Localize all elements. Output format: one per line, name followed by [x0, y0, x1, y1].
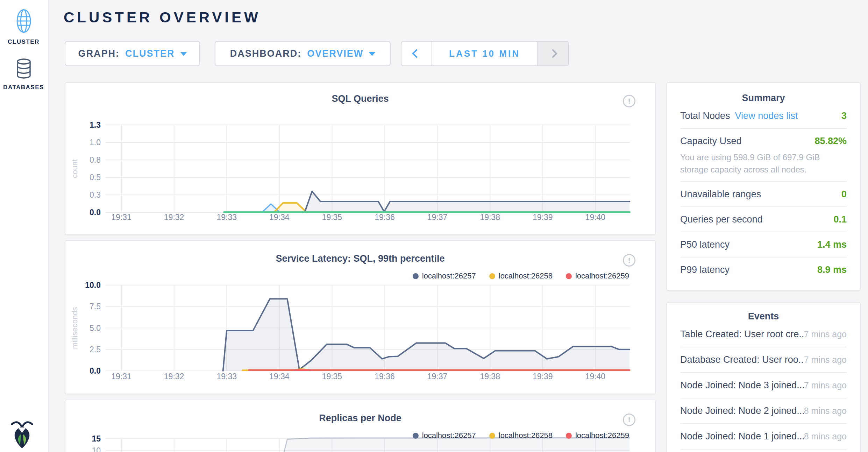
- event-time: 8 mins ago: [804, 431, 847, 442]
- summary-value: 1.4 ms: [817, 239, 847, 250]
- legend-item: localhost:26258: [489, 431, 553, 440]
- summary-row: Unavailable ranges0: [680, 182, 847, 207]
- chevron-right-icon: [548, 49, 557, 58]
- dashboard-dropdown-value: OVERVIEW: [307, 48, 363, 59]
- summary-row: Queries per second0.1: [680, 207, 847, 232]
- svg-text:19:32: 19:32: [164, 372, 184, 381]
- chart-card-service-latency: Service Latency: SQL, 99th percentile ! …: [65, 240, 656, 394]
- svg-text:5.0: 5.0: [90, 324, 101, 333]
- legend-dot-icon: [489, 433, 495, 439]
- svg-text:19:40: 19:40: [585, 372, 606, 381]
- summary-panel: Summary Total NodesView nodes list3Capac…: [666, 82, 861, 291]
- caret-down-icon: [180, 52, 187, 56]
- time-prev-button[interactable]: [401, 42, 432, 65]
- time-range-widget: LAST 10 MIN: [401, 41, 569, 66]
- chart-plot: 151019:3119:3219:3319:3419:3519:3619:371…: [65, 400, 656, 452]
- summary-value: 3: [841, 111, 847, 121]
- event-text: Node Joined: Node 1 joined...: [680, 431, 804, 442]
- graph-dropdown-value: CLUSTER: [125, 48, 175, 59]
- events-panel: Events Table Created: User root cre...7 …: [666, 302, 861, 452]
- legend-dot-icon: [413, 433, 419, 439]
- svg-text:19:37: 19:37: [427, 213, 448, 222]
- svg-text:19:39: 19:39: [533, 372, 553, 381]
- sidebar-item-databases[interactable]: DATABASES: [0, 58, 47, 91]
- event-text: Table Created: User root cre...: [680, 329, 804, 340]
- event-row: Database Created: User roo...7 mins ago: [680, 347, 847, 373]
- legend-item: localhost:26259: [566, 431, 629, 440]
- page-title: CLUSTER OVERVIEW: [64, 9, 261, 26]
- graph-dropdown[interactable]: GRAPH: CLUSTER: [65, 41, 200, 66]
- svg-text:0.0: 0.0: [90, 208, 101, 217]
- chart-title: Service Latency: SQL, 99th percentile: [65, 253, 655, 264]
- svg-text:19:33: 19:33: [216, 372, 237, 381]
- event-row: Table Created: User root cre...7 mins ag…: [680, 322, 847, 347]
- svg-text:0.0: 0.0: [90, 366, 101, 375]
- svg-text:15: 15: [92, 434, 101, 443]
- svg-text:milliseconds: milliseconds: [70, 307, 79, 349]
- event-time: 7 mins ago: [804, 380, 847, 390]
- legend-label: localhost:26258: [499, 271, 553, 281]
- legend-label: localhost:26258: [499, 431, 553, 440]
- legend-dot-icon: [413, 273, 419, 279]
- svg-text:19:37: 19:37: [427, 372, 448, 381]
- svg-text:19:35: 19:35: [322, 372, 342, 381]
- svg-text:19:38: 19:38: [480, 213, 500, 222]
- svg-text:count: count: [70, 159, 79, 178]
- sidebar-item-cluster[interactable]: CLUSTER: [0, 8, 47, 45]
- graph-dropdown-label: GRAPH:: [78, 48, 120, 59]
- time-next-button[interactable]: [538, 42, 568, 65]
- summary-value: 0: [841, 189, 847, 200]
- summary-label: Unavailable ranges: [680, 189, 761, 200]
- event-row: Node Joined: Node 2 joined...8 mins ago: [680, 398, 847, 424]
- svg-text:0.5: 0.5: [90, 173, 101, 182]
- sidebar-item-label: CLUSTER: [8, 38, 40, 45]
- svg-text:19:38: 19:38: [480, 372, 500, 381]
- svg-text:19:40: 19:40: [585, 213, 606, 222]
- summary-row: Capacity Used85.82%You are using 598.9 G…: [680, 129, 847, 182]
- legend-label: localhost:26257: [422, 271, 476, 281]
- svg-text:0.3: 0.3: [90, 190, 101, 199]
- svg-text:19:34: 19:34: [269, 213, 290, 222]
- svg-text:19:33: 19:33: [216, 213, 237, 222]
- event-row: Node Joined: Node 3 joined...7 mins ago: [680, 373, 847, 398]
- svg-text:19:32: 19:32: [164, 213, 184, 222]
- events-title: Events: [680, 303, 847, 322]
- svg-text:19:31: 19:31: [111, 213, 131, 222]
- time-range-label: LAST 10 MIN: [449, 48, 520, 59]
- info-icon[interactable]: !: [623, 414, 635, 426]
- event-text: Database Created: User roo...: [680, 354, 804, 365]
- time-range-button[interactable]: LAST 10 MIN: [432, 42, 538, 65]
- event-row: Node Joined: Node 1 joined...8 mins ago: [680, 424, 847, 450]
- chart-card-replicas-per-node: Replicas per Node ! 151019:3119:3219:331…: [65, 400, 656, 452]
- svg-text:19:36: 19:36: [375, 372, 395, 381]
- dashboard-dropdown[interactable]: DASHBOARD: OVERVIEW: [215, 41, 391, 66]
- main-content: CLUSTER OVERVIEW GRAPH: CLUSTER DASHBOAR…: [48, 0, 868, 452]
- svg-text:19:36: 19:36: [375, 213, 395, 222]
- event-text: Node Joined: Node 3 joined...: [680, 380, 804, 391]
- chevron-left-icon: [412, 49, 421, 58]
- event-time: 7 mins ago: [804, 355, 847, 365]
- legend-dot-icon: [566, 273, 572, 279]
- svg-text:0.8: 0.8: [90, 155, 101, 164]
- chart-title: Replicas per Node: [65, 413, 655, 424]
- chart-title: SQL Queries: [65, 93, 655, 104]
- view-nodes-list-link[interactable]: View nodes list: [735, 111, 798, 121]
- chart-plot: 1.31.00.80.50.30.019:3119:3219:3319:3419…: [65, 83, 656, 235]
- summary-subtext: You are using 598.9 GiB of 697.9 GiB sto…: [680, 151, 847, 176]
- caret-down-icon: [369, 52, 375, 56]
- svg-text:10: 10: [92, 446, 101, 452]
- event-time: 7 mins ago: [804, 329, 847, 339]
- chart-card-sql-queries: SQL Queries ! 1.31.00.80.50.30.019:3119:…: [65, 82, 656, 235]
- cockroach-logo-icon[interactable]: [9, 419, 35, 449]
- legend-label: localhost:26259: [575, 431, 629, 440]
- info-icon[interactable]: !: [623, 95, 635, 107]
- info-icon[interactable]: !: [623, 254, 635, 267]
- svg-text:19:35: 19:35: [322, 213, 342, 222]
- summary-row: P99 latency8.9 ms: [680, 257, 847, 282]
- summary-label: Total NodesView nodes list: [680, 111, 798, 121]
- svg-text:19:34: 19:34: [269, 372, 290, 381]
- svg-text:1.0: 1.0: [90, 138, 101, 147]
- dashboard-dropdown-label: DASHBOARD:: [230, 48, 302, 59]
- svg-text:2.5: 2.5: [90, 345, 101, 354]
- summary-label: Queries per second: [680, 214, 763, 225]
